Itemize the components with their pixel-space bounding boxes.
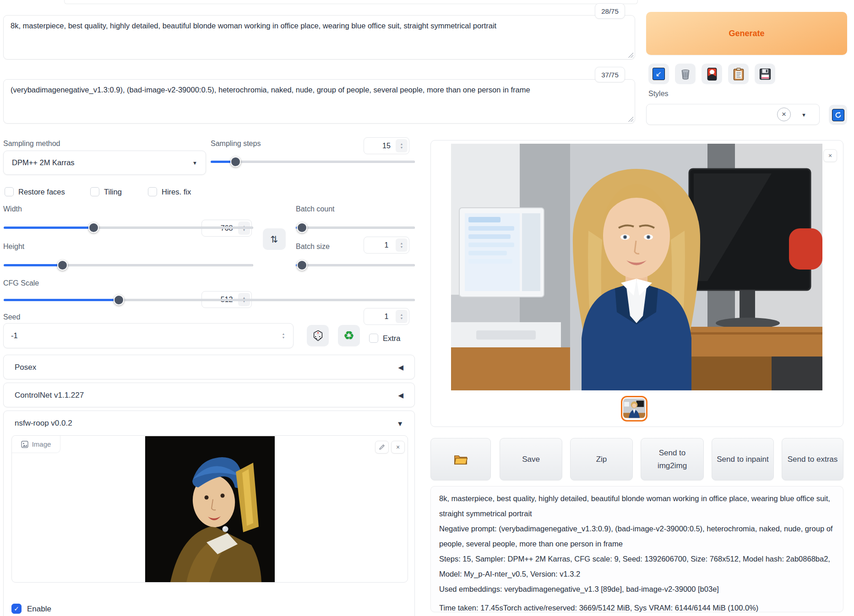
- close-gallery-button[interactable]: ×: [823, 149, 837, 162]
- sampling-method-value: DPM++ 2M Karras: [12, 158, 75, 167]
- info-prompt-text: 8k, masterpiece, best quality, highly de…: [439, 491, 835, 521]
- seed-value[interactable]: [11, 324, 258, 348]
- styles-refresh-button[interactable]: [829, 105, 847, 125]
- edit-image-button[interactable]: [375, 441, 389, 454]
- batch-count-label: Batch count: [296, 205, 335, 213]
- stepper-up-icon[interactable]: ▲: [400, 242, 403, 245]
- stepper-down-icon[interactable]: ▼: [282, 336, 285, 339]
- hires-fix-label: Hires. fix: [162, 188, 191, 196]
- styles-clear-icon[interactable]: ×: [777, 108, 791, 121]
- generate-button[interactable]: Generate: [646, 12, 847, 55]
- send-to-inpaint-button[interactable]: Send to inpaint: [712, 438, 774, 481]
- paste-params-button[interactable]: ↙: [648, 64, 669, 84]
- stepper-down-icon[interactable]: ▼: [400, 317, 403, 320]
- batch-size-slider[interactable]: [296, 259, 415, 270]
- extra-seed-checkbox[interactable]: [369, 334, 378, 343]
- output-gallery: ×: [430, 140, 843, 427]
- refresh-icon: [832, 109, 844, 121]
- sampling-method-dropdown[interactable]: DPM++ 2M Karras ▼: [3, 151, 206, 175]
- save-style-button[interactable]: [755, 64, 775, 84]
- reuse-seed-button[interactable]: ♻: [338, 325, 360, 346]
- roop-enable-checkbox[interactable]: ✓: [11, 604, 22, 614]
- slider-knob[interactable]: [297, 222, 307, 233]
- cfg-scale-label: CFG Scale: [3, 279, 39, 287]
- negative-token-counter: 37/75: [595, 67, 625, 82]
- stepper-down-icon[interactable]: ▼: [400, 146, 403, 149]
- cfg-slider[interactable]: [4, 294, 415, 305]
- expanded-caret-icon: ▼: [397, 420, 403, 427]
- image-tab-label: Image: [32, 440, 51, 448]
- styles-dropdown[interactable]: × ▼: [646, 104, 820, 125]
- tiling-checkbox[interactable]: [90, 187, 99, 196]
- batch-count-input[interactable]: ▲ ▼: [364, 237, 409, 254]
- zip-button[interactable]: Zip: [570, 438, 633, 481]
- posex-accordion[interactable]: Posex ◀: [3, 355, 415, 379]
- txt2img-page: 8k, masterpiece, best quality, highly de…: [0, 0, 854, 616]
- recycle-icon: ♻: [343, 329, 354, 343]
- width-slider[interactable]: [4, 222, 253, 233]
- negative-prompt-input[interactable]: (verybadimagenegative_v1.3:0.9), (bad-im…: [4, 80, 635, 123]
- generation-info-panel: 8k, masterpiece, best quality, highly de…: [430, 486, 843, 612]
- close-icon: ×: [396, 443, 400, 451]
- open-folder-button[interactable]: [430, 438, 491, 481]
- seed-stepper[interactable]: ▲ ▼: [277, 329, 289, 342]
- batch-size-stepper[interactable]: ▲ ▼: [396, 310, 408, 323]
- slider-knob[interactable]: [88, 222, 99, 233]
- controlnet-accordion[interactable]: ControlNet v1.1.227 ◀: [3, 383, 415, 407]
- sampling-caret-icon: ▼: [192, 160, 197, 166]
- floppy-icon: [759, 68, 771, 80]
- restore-faces-checkbox[interactable]: [5, 187, 14, 196]
- info-time-text: Time taken: 17.45sTorch active/reserved:…: [439, 600, 835, 616]
- roop-image-dropzone[interactable]: Image ×: [11, 435, 408, 583]
- posex-title: Posex: [15, 363, 36, 372]
- swap-dimensions-button[interactable]: ⇅: [263, 228, 286, 250]
- extra-networks-button[interactable]: [702, 64, 722, 84]
- swap-icon: ⇅: [271, 234, 278, 245]
- slider-knob[interactable]: [114, 295, 124, 305]
- stepper-up-icon[interactable]: ▲: [282, 332, 285, 335]
- slider-knob[interactable]: [230, 157, 241, 167]
- negative-prompt-box: (verybadimagenegative_v1.3:0.9), (bad-im…: [3, 79, 635, 124]
- apply-style-button[interactable]: [728, 64, 749, 84]
- check-icon: ✓: [14, 605, 19, 612]
- sampling-steps-input[interactable]: ▲ ▼: [364, 137, 409, 154]
- random-seed-button[interactable]: [307, 325, 329, 346]
- hires-fix-checkbox[interactable]: [148, 187, 157, 196]
- seed-input-box[interactable]: ▲ ▼: [3, 323, 294, 348]
- slider-knob[interactable]: [57, 260, 68, 270]
- batch-size-input[interactable]: ▲ ▼: [364, 308, 409, 325]
- info-negative-text: Negative prompt: (verybadimagenegative_v…: [439, 521, 835, 551]
- reference-image[interactable]: [145, 436, 275, 582]
- image-icon: [21, 441, 28, 448]
- sampling-method-label: Sampling method: [3, 140, 60, 148]
- paste-arrow-icon: ↙: [653, 68, 665, 80]
- info-embeddings-text: Used embeddings: verybadimagenegative_v1…: [439, 582, 835, 597]
- save-button[interactable]: Save: [500, 438, 562, 481]
- send-to-img2img-button[interactable]: Send to img2img: [641, 438, 704, 481]
- batch-count-slider[interactable]: [296, 222, 415, 233]
- stepper-up-icon[interactable]: ▲: [400, 313, 403, 316]
- stepper-down-icon[interactable]: ▼: [400, 245, 403, 249]
- prompt-token-counter: 28/75: [595, 3, 625, 19]
- sampling-steps-label: Sampling steps: [211, 140, 261, 148]
- slider-knob[interactable]: [297, 260, 307, 270]
- tiling-label: Tiling: [104, 188, 122, 196]
- batch-count-stepper[interactable]: ▲ ▼: [396, 238, 408, 252]
- sampling-steps-stepper[interactable]: ▲ ▼: [396, 139, 408, 152]
- controlnet-title: ControlNet v1.1.227: [15, 391, 84, 400]
- prompt-input[interactable]: 8k, masterpiece, best quality, highly de…: [4, 16, 635, 59]
- generated-image[interactable]: [451, 144, 822, 390]
- send-to-extras-button[interactable]: Send to extras: [782, 438, 843, 481]
- gallery-thumbnail[interactable]: [621, 396, 647, 421]
- stepper-up-icon[interactable]: ▲: [400, 142, 403, 146]
- height-slider[interactable]: [4, 259, 253, 270]
- trash-icon: [680, 68, 691, 80]
- roop-accordion[interactable]: nsfw-roop v0.0.2 ▼ Image ×: [3, 411, 415, 616]
- batch-size-label: Batch size: [296, 243, 330, 251]
- clear-image-button[interactable]: ×: [391, 441, 405, 454]
- clipboard-icon: [733, 68, 744, 81]
- extra-seed-label: Extra: [383, 334, 401, 343]
- collapsed-caret-icon: ◀: [398, 391, 403, 400]
- clear-prompt-button[interactable]: [675, 64, 696, 84]
- sampling-steps-slider[interactable]: [211, 156, 415, 167]
